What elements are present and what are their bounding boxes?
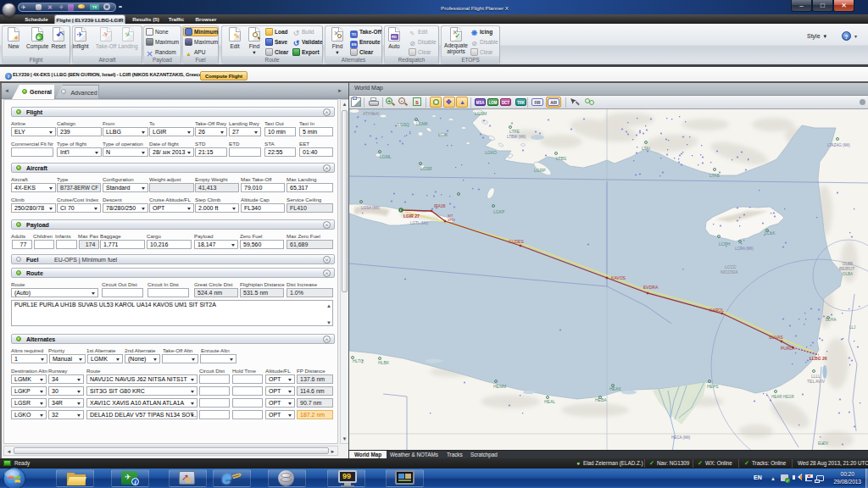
svg-text:ATHINAI: ATHINAI — [363, 111, 379, 116]
svg-text:HLTQ: HLTQ — [353, 358, 364, 363]
svg-text:ELOV: ELOV — [818, 441, 828, 446]
svg-text:LGSQ: LGSQ — [398, 122, 409, 127]
svg-text:LCPH: LCPH — [719, 241, 731, 247]
svg-text:LGKO: LGKO — [485, 150, 497, 155]
svg-text:BEIRUT: BEIRUT — [839, 266, 854, 271]
svg-text:HEMM: HEMM — [493, 384, 506, 389]
svg-text:KAVOS: KAVOS — [611, 275, 626, 280]
svg-text:KAROL: KAROL — [709, 308, 724, 313]
svg-text:HLBK: HLBK — [378, 360, 390, 365]
svg-text:LGIK: LGIK — [438, 132, 448, 137]
svg-text:OLBA: OLBA — [843, 272, 853, 276]
svg-text:LTFB: LTFB — [709, 173, 721, 178]
svg-text:HEAR HEGR: HEAR HEGR — [771, 395, 795, 399]
svg-text:LTAI: LTAI — [642, 146, 650, 151]
svg-text:HEBA: HEBA — [595, 397, 607, 402]
svg-text:LLHA: LLHA — [826, 317, 837, 322]
svg-text:LGKP: LGKP — [493, 209, 505, 214]
svg-text:HECA (Mil): HECA (Mil) — [671, 435, 691, 440]
svg-text:LGRP: LGRP — [534, 168, 546, 173]
svg-text:PURLA: PURLA — [781, 346, 795, 351]
svg-text:LLBG 26: LLBG 26 — [810, 356, 827, 361]
svg-text:LCLK: LCLK — [765, 230, 776, 236]
svg-text:HEAL: HEAL — [544, 399, 555, 404]
svg-text:HEPS: HEPS — [707, 384, 719, 389]
svg-text:LGSA (Mil): LGSA (Mil) — [361, 206, 380, 210]
svg-text:LGSM: LGSM — [475, 111, 487, 116]
svg-text:LCRA (Mil): LCRA (Mil) — [735, 247, 754, 251]
svg-text:LTBS: LTBS — [556, 156, 567, 161]
svg-text:EVDRA: EVDRA — [643, 285, 659, 290]
svg-text:SUVAS: SUVAS — [769, 335, 783, 340]
svg-text:SIT2: SIT2 — [448, 218, 456, 222]
svg-text:LGMK: LGMK — [416, 121, 429, 126]
svg-text:NICOSIA: NICOSIA — [721, 269, 738, 274]
svg-text:LTFE: LTFE — [509, 129, 520, 134]
svg-text:LTBW (Mil): LTBW (Mil) — [507, 135, 526, 139]
svg-text:LGML: LGML — [380, 154, 392, 159]
svg-text:LTAZAG (Mil): LTAZAG (Mil) — [827, 143, 850, 147]
svg-text:LGTL (Mil): LGTL (Mil) — [410, 221, 429, 225]
svg-text:HEAX: HEAX — [609, 386, 621, 391]
svg-text:LGSR: LGSR — [420, 166, 432, 171]
svg-text:LLJ: LLJ — [849, 325, 855, 330]
svg-text:TEL AVIV: TEL AVIV — [807, 379, 826, 384]
svg-text:IRA38: IRA38 — [434, 204, 446, 208]
svg-text:GUDES: GUDES — [509, 239, 524, 244]
svg-text:LGIR 27: LGIR 27 — [403, 214, 420, 219]
